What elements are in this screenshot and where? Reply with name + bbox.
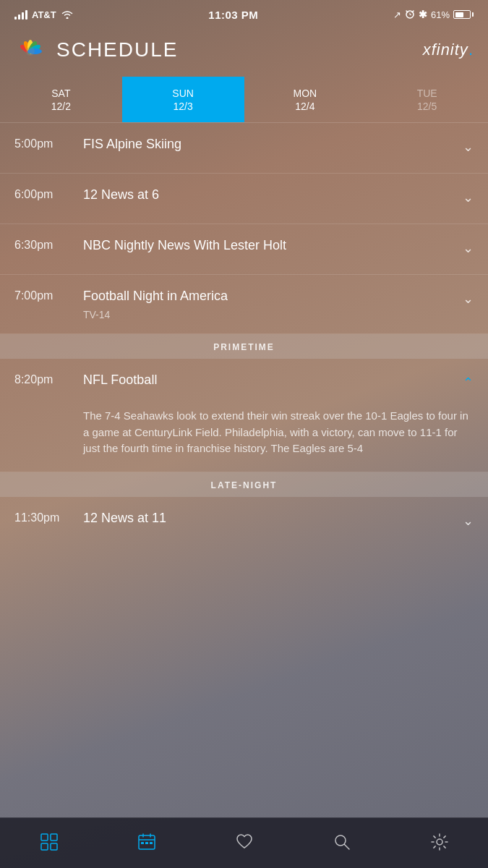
location-icon: ↗ xyxy=(393,9,401,20)
show-820pm: NFL Football xyxy=(83,372,448,388)
show-desc-820pm: The 7-4 Seahawks look to extend their wi… xyxy=(0,401,488,472)
tab-sun[interactable]: SUN 12/3 xyxy=(122,77,244,122)
tab-mon-date: 12/4 xyxy=(295,101,314,112)
grid-icon xyxy=(40,833,59,854)
svg-point-17 xyxy=(335,835,346,846)
chevron-down-icon: ⌄ xyxy=(463,190,474,205)
chevron-600pm[interactable]: ⌄ xyxy=(448,187,474,205)
nav-schedule[interactable] xyxy=(0,818,98,868)
bluetooth-icon: ✱ xyxy=(419,9,427,20)
app-title: SCHEDULE xyxy=(56,38,178,61)
svg-rect-10 xyxy=(51,834,57,841)
show-1130pm: 12 News at 11 xyxy=(83,510,448,527)
schedule-row-700pm[interactable]: 7:00pm Football Night in America TV-14 ⌄ xyxy=(0,275,488,334)
alarm-icon xyxy=(405,9,415,21)
battery-icon xyxy=(453,10,474,19)
chevron-820pm[interactable]: ⌃ xyxy=(448,372,474,391)
schedule-row-820pm[interactable]: 8:20pm NFL Football ⌃ The 7-4 Seahawks l… xyxy=(0,359,488,472)
xfinity-dot: . xyxy=(468,41,474,59)
chevron-700pm[interactable]: ⌄ xyxy=(448,288,474,307)
status-right: ↗ ✱ 61% xyxy=(393,9,474,21)
calendar-icon xyxy=(137,833,156,854)
svg-rect-14 xyxy=(141,842,144,844)
chevron-630pm[interactable]: ⌄ xyxy=(448,237,474,256)
show-title-600pm: 12 News at 6 xyxy=(83,187,448,203)
show-500pm: FIS Alpine Skiing xyxy=(83,136,448,153)
time-700pm: 7:00pm xyxy=(14,288,83,302)
show-title-500pm: FIS Alpine Skiing xyxy=(83,136,448,153)
show-title-820pm: NFL Football xyxy=(83,372,448,388)
schedule-row-500pm[interactable]: 5:00pm FIS Alpine Skiing ⌄ xyxy=(0,123,488,174)
heart-icon xyxy=(235,833,254,854)
tab-sat-date: 12/2 xyxy=(51,101,71,112)
nav-favorites[interactable] xyxy=(195,818,293,868)
section-header-latenight: LATE-NIGHT xyxy=(0,472,488,497)
tab-tue-name: TUE xyxy=(417,88,437,99)
nfl-description: The 7-4 Seahawks look to extend their wi… xyxy=(83,408,474,457)
app-header: SCHEDULE xfinity. xyxy=(0,26,488,77)
chevron-up-icon: ⌃ xyxy=(463,375,474,391)
xfinity-text: xfinity xyxy=(423,41,468,59)
status-bar: AT&T 11:03 PM ↗ xyxy=(0,0,488,26)
tab-sat[interactable]: SAT 12/2 xyxy=(0,77,122,122)
tab-sun-date: 12/3 xyxy=(174,101,193,112)
svg-rect-11 xyxy=(41,843,48,850)
schedule-row-1130pm[interactable]: 11:30pm 12 News at 11 ⌄ xyxy=(0,497,488,548)
section-label-latenight: LATE-NIGHT xyxy=(211,480,278,490)
show-title-630pm: NBC Nightly News With Lester Holt xyxy=(83,237,448,254)
battery-pct-label: 61% xyxy=(431,9,450,20)
svg-rect-9 xyxy=(41,834,48,841)
show-700pm: Football Night in America TV-14 xyxy=(83,288,448,320)
search-icon xyxy=(333,833,351,854)
nav-search[interactable] xyxy=(293,818,390,868)
tab-sat-name: SAT xyxy=(51,88,70,99)
tab-sun-name: SUN xyxy=(172,88,194,99)
section-header-primetime: PRIMETIME xyxy=(0,334,488,359)
svg-rect-16 xyxy=(150,842,153,844)
header-left: SCHEDULE xyxy=(14,34,178,66)
time-1130pm: 11:30pm xyxy=(14,510,83,524)
tab-tue[interactable]: TUE 12/5 xyxy=(366,77,488,122)
xfinity-logo: xfinity. xyxy=(423,41,474,59)
schedule-row-630pm[interactable]: 6:30pm NBC Nightly News With Lester Holt… xyxy=(0,224,488,275)
show-600pm: 12 News at 6 xyxy=(83,187,448,203)
svg-rect-12 xyxy=(51,843,57,850)
show-630pm: NBC Nightly News With Lester Holt xyxy=(83,237,448,254)
nbc-peacock-logo xyxy=(14,34,46,66)
show-meta-700pm: TV-14 xyxy=(83,309,448,320)
time-500pm: 5:00pm xyxy=(14,136,83,150)
tab-mon-name: MON xyxy=(294,88,317,99)
tab-mon[interactable]: MON 12/4 xyxy=(244,77,367,122)
nav-settings[interactable] xyxy=(390,818,488,868)
gear-icon xyxy=(430,833,449,854)
schedule-list: 5:00pm FIS Alpine Skiing ⌄ 6:00pm 12 New… xyxy=(0,123,488,817)
section-label-primetime: PRIMETIME xyxy=(213,342,275,352)
day-tabs: SAT 12/2 SUN 12/3 MON 12/4 TUE 12/5 xyxy=(0,77,488,123)
time-600pm: 6:00pm xyxy=(14,187,83,201)
time-820pm: 8:20pm xyxy=(14,372,83,386)
chevron-down-icon: ⌄ xyxy=(463,291,474,307)
schedule-row-600pm[interactable]: 6:00pm 12 News at 6 ⌄ xyxy=(0,174,488,224)
carrier-label: AT&T xyxy=(32,9,56,20)
bottom-nav xyxy=(0,817,488,868)
svg-point-18 xyxy=(437,839,442,845)
svg-rect-15 xyxy=(145,842,148,844)
status-left: AT&T xyxy=(14,9,74,21)
chevron-down-icon: ⌄ xyxy=(463,139,474,155)
svg-point-0 xyxy=(66,17,68,19)
tab-tue-date: 12/5 xyxy=(417,101,437,112)
time-630pm: 6:30pm xyxy=(14,237,83,252)
show-title-700pm: Football Night in America xyxy=(83,288,448,305)
chevron-down-icon: ⌄ xyxy=(463,240,474,256)
chevron-down-icon: ⌄ xyxy=(463,513,474,529)
status-time: 11:03 PM xyxy=(208,9,258,21)
nav-calendar[interactable] xyxy=(98,818,195,868)
show-title-1130pm: 12 News at 11 xyxy=(83,510,448,527)
svg-point-8 xyxy=(26,47,35,56)
chevron-500pm[interactable]: ⌄ xyxy=(448,136,474,155)
wifi-icon xyxy=(61,9,74,21)
signal-icon xyxy=(14,9,27,20)
chevron-1130pm[interactable]: ⌄ xyxy=(448,510,474,529)
